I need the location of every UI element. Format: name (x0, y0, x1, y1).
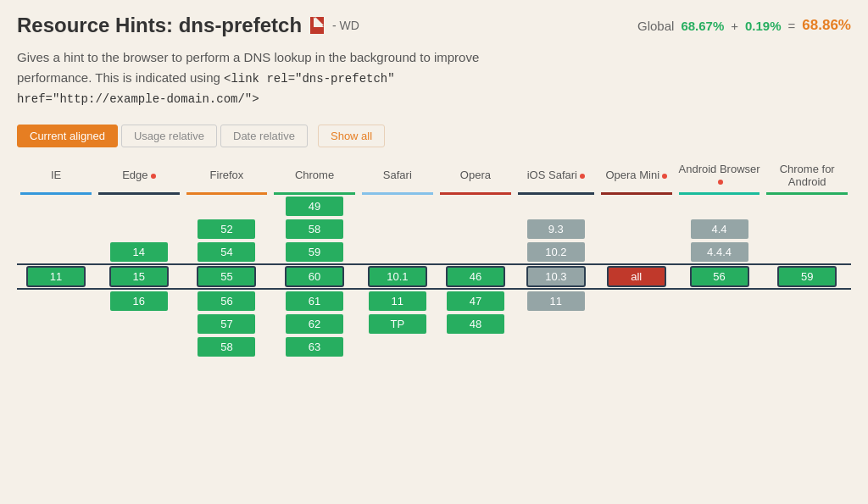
browser-header-firefox: Firefox (183, 159, 271, 195)
version-cell-chrome-android: 59 (763, 264, 851, 289)
version-cell-firefox: 52 (183, 218, 271, 241)
version-cell-safari: 11 (359, 289, 437, 313)
version-box: 62 (286, 314, 343, 334)
version-box: 59 (778, 267, 836, 286)
version-cell-opera-mini (598, 218, 676, 241)
version-cell-ios-safari (515, 195, 598, 218)
version-cell-android-browser (676, 313, 764, 335)
browser-header-android-browser: Android Browser (676, 159, 764, 195)
version-cell-opera-mini (598, 313, 676, 335)
version-box: 56 (691, 267, 748, 286)
browser-header-opera: Opera (437, 159, 515, 195)
page-title: Resource Hints: dns-prefetch (17, 14, 302, 37)
version-cell-firefox: 55 (183, 264, 271, 289)
version-cell-chrome: 63 (270, 335, 359, 358)
version-cell-android-browser: 4.4.4 (676, 241, 764, 264)
tabs-container: Current aligned Usage relative Date rela… (17, 125, 851, 147)
version-cell-safari (359, 218, 437, 241)
stat-equals: = (788, 19, 796, 33)
version-cell-ios-safari: 10.2 (515, 241, 598, 264)
title-area: Resource Hints: dns-prefetch - WD (17, 14, 359, 37)
version-box: 9.3 (527, 219, 585, 239)
version-cell-safari (359, 195, 437, 218)
version-cell-opera: 46 (437, 264, 515, 289)
tab-usage-relative[interactable]: Usage relative (121, 125, 217, 147)
version-cell-chrome: 60 (270, 264, 359, 289)
version-cell-ie: 11 (17, 264, 95, 289)
description: Gives a hint to the browser to perform a… (17, 47, 526, 109)
version-box: 60 (286, 267, 343, 286)
version-box: 63 (286, 337, 343, 357)
version-cell-opera-mini (598, 289, 676, 313)
version-cell-safari: 10.1 (359, 264, 437, 289)
compatibility-table: IE Edge Firefox Chrome Safari (17, 159, 851, 358)
table-row: 165661114711 (17, 289, 851, 313)
version-cell-edge: 16 (95, 289, 183, 313)
browser-header-ie: IE (17, 159, 95, 195)
version-cell-safari: TP (359, 313, 437, 335)
version-box: 10.3 (527, 267, 585, 286)
version-cell-chrome-android (763, 313, 851, 335)
version-box: 52 (198, 219, 255, 239)
version-cell-chrome: 59 (270, 241, 359, 264)
version-cell-ios-safari (515, 313, 598, 335)
version-cell-chrome-android (763, 241, 851, 264)
version-box: 57 (198, 314, 255, 334)
version-cell-chrome: 61 (270, 289, 359, 313)
version-cell-opera (437, 241, 515, 264)
browser-header-safari: Safari (359, 159, 437, 195)
version-cell-ios-safari (515, 335, 598, 358)
version-cell-ie (17, 195, 95, 218)
tab-date-relative[interactable]: Date relative (220, 125, 308, 147)
version-cell-ie (17, 289, 95, 313)
version-cell-chrome: 58 (270, 218, 359, 241)
version-cell-edge (95, 313, 183, 335)
version-box: 59 (286, 242, 343, 262)
version-cell-edge: 14 (95, 241, 183, 264)
version-cell-ie (17, 218, 95, 241)
version-cell-android-browser (676, 289, 764, 313)
browser-header-chrome: Chrome (270, 159, 359, 195)
description-text: Gives a hint to the browser to perform a… (17, 50, 479, 105)
version-box: 15 (110, 267, 168, 286)
version-cell-chrome-android (763, 335, 851, 358)
version-cell-opera-mini: all (598, 264, 676, 289)
version-cell-safari (359, 335, 437, 358)
browser-header-edge: Edge (95, 159, 183, 195)
wd-badge: - WD (332, 19, 359, 32)
version-cell-ios-safari: 9.3 (515, 218, 598, 241)
version-cell-android-browser (676, 335, 764, 358)
doc-icon (310, 17, 324, 34)
version-cell-opera (437, 195, 515, 218)
tab-current-aligned[interactable]: Current aligned (17, 125, 118, 147)
version-box: 10.1 (369, 267, 426, 286)
version-box: 56 (198, 291, 255, 311)
version-box: 11 (527, 291, 585, 311)
browser-header-chrome-android: Chrome for Android (763, 159, 851, 195)
version-cell-edge (95, 218, 183, 241)
version-box: 14 (110, 242, 168, 262)
global-stats: Global 68.67% + 0.19% = 68.86% (637, 17, 851, 34)
table-row: 5863 (17, 335, 851, 358)
version-cell-ios-safari: 10.3 (515, 264, 598, 289)
stat-green1: 68.67% (681, 19, 724, 33)
version-box: 61 (286, 291, 343, 311)
tab-show-all[interactable]: Show all (318, 125, 385, 147)
version-cell-chrome-android (763, 195, 851, 218)
version-box: 46 (447, 267, 504, 286)
version-cell-chrome: 49 (270, 195, 359, 218)
browser-header-row: IE Edge Firefox Chrome Safari (17, 159, 851, 195)
version-cell-chrome-android (763, 218, 851, 241)
version-cell-firefox: 56 (183, 289, 271, 313)
version-cell-chrome: 62 (270, 313, 359, 335)
version-box: TP (369, 314, 426, 334)
table-row: 1115556010.14610.3all5659 (17, 264, 851, 289)
stat-total: 68.86% (802, 17, 851, 34)
version-cell-ie (17, 335, 95, 358)
version-cell-opera (437, 218, 515, 241)
global-label: Global (637, 19, 674, 33)
version-cell-opera: 48 (437, 313, 515, 335)
version-cell-ios-safari: 11 (515, 289, 598, 313)
version-box: 11 (369, 291, 426, 311)
version-cell-android-browser (676, 195, 764, 218)
